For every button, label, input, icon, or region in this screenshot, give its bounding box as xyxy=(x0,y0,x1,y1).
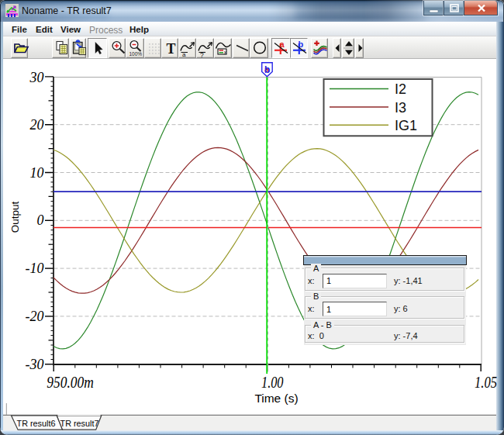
svg-text:I3: I3 xyxy=(395,100,406,116)
svg-text:I2: I2 xyxy=(395,81,406,97)
svg-text:IG1: IG1 xyxy=(395,118,417,133)
svg-text:10: 10 xyxy=(30,165,44,181)
svg-text:20: 20 xyxy=(30,117,44,133)
svg-text:1.05: 1.05 xyxy=(475,374,497,391)
svg-text:950.00m: 950.00m xyxy=(47,374,94,391)
svg-text:1.00: 1.00 xyxy=(261,374,284,391)
svg-text:0: 0 xyxy=(37,212,44,228)
svg-text:TR result7: TR result7 xyxy=(60,419,99,428)
svg-text:Output: Output xyxy=(9,201,21,233)
svg-text:-20: -20 xyxy=(26,309,44,324)
svg-text:-30: -30 xyxy=(26,357,44,372)
svg-text:Time (s): Time (s) xyxy=(254,392,298,405)
svg-text:30: 30 xyxy=(29,70,44,85)
svg-text:TR result6: TR result6 xyxy=(17,419,56,428)
svg-text:b: b xyxy=(264,64,270,75)
svg-text:-10: -10 xyxy=(26,261,44,276)
